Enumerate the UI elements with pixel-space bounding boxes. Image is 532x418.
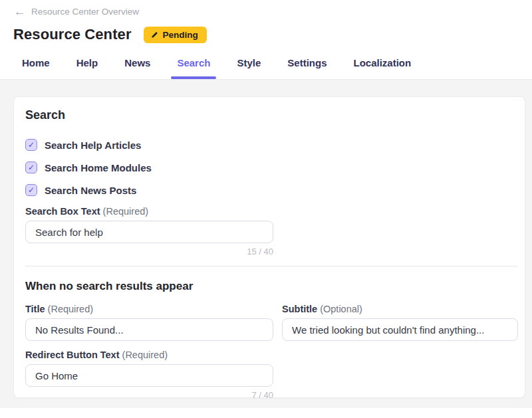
checkbox-search-news-posts[interactable]: ✓ Search News Posts [25,183,518,197]
subtitle-input[interactable] [282,318,518,341]
tab-search[interactable]: Search [177,57,210,79]
page-header: ← Resource Center Overview Resource Cent… [0,0,532,80]
search-section-heading: Search [25,108,518,122]
search-box-text-label: Search Box Text (Required) [25,206,518,217]
pending-status-badge[interactable]: Pending [144,27,207,43]
breadcrumb-label: Resource Center Overview [31,7,139,17]
tab-settings[interactable]: Settings [287,57,327,79]
redirect-button-text-label: Redirect Button Text (Required) [25,350,518,360]
checkbox-label: Search Home Modules [45,162,152,173]
tab-localization[interactable]: Localization [353,57,411,79]
content-area: Search ✓ Search Help Articles ✓ Search H… [0,80,532,408]
pencil-icon [151,31,158,39]
breadcrumb-back-link[interactable]: ← Resource Center Overview [0,0,532,17]
required-hint: (Required) [122,350,168,360]
search-box-char-counter: 15 / 40 [25,247,273,257]
tab-style[interactable]: Style [237,57,261,79]
tab-bar: Home Help News Search Style Settings Loc… [0,43,532,80]
no-results-section-heading: When no search results appear [25,280,518,293]
checkbox-search-help-articles[interactable]: ✓ Search Help Articles [25,138,518,152]
checkbox-checked-icon: ✓ [25,184,37,196]
redirect-char-counter: 7 / 40 [25,390,273,400]
status-badge-label: Pending [163,30,198,40]
subtitle-label: Subtitle (Optional) [282,304,518,314]
checkbox-label: Search News Posts [45,185,136,196]
checkbox-search-home-modules[interactable]: ✓ Search Home Modules [25,161,518,174]
checkbox-label: Search Help Articles [45,140,141,151]
tab-news[interactable]: News [124,57,150,79]
tab-home[interactable]: Home [22,57,50,79]
page-title: Resource Center [13,26,132,43]
required-hint: (Required) [48,304,94,314]
section-divider [25,266,518,266]
title-input[interactable] [25,318,273,341]
title-label: Title (Required) [25,304,273,314]
required-hint: (Required) [103,206,149,217]
optional-hint: (Optional) [320,304,362,314]
checkbox-checked-icon: ✓ [25,161,37,173]
search-settings-card: Search ✓ Search Help Articles ✓ Search H… [13,96,525,398]
back-arrow-icon: ← [14,6,25,17]
tab-help[interactable]: Help [76,57,98,79]
redirect-button-text-input[interactable] [25,364,273,387]
checkbox-checked-icon: ✓ [25,139,37,151]
search-box-text-input[interactable] [25,221,273,243]
